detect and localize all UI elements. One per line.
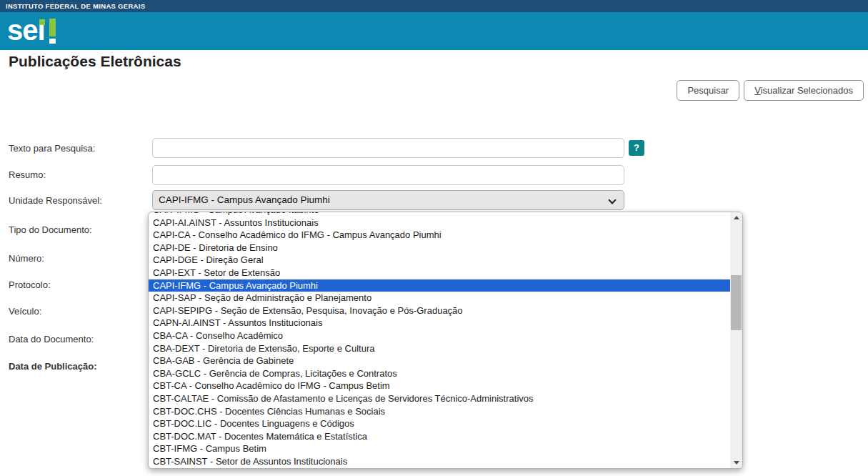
dropdown-option[interactable]: CAPI-AI.AINST - Assuntos Institucionais xyxy=(149,217,732,229)
dropdown-option[interactable]: CBA-CA - Conselho Acadêmico xyxy=(149,329,732,342)
org-bar: INSTITUTO FEDERAL DE MINAS GERAIS xyxy=(0,0,868,12)
dropdown-scrollbar[interactable] xyxy=(730,212,742,468)
label-resumo: Resumo: xyxy=(9,169,46,180)
pesquisar-button[interactable]: Pesquisar xyxy=(677,80,739,101)
label-data-do-documento: Data do Documento: xyxy=(9,334,94,344)
org-name: INSTITUTO FEDERAL DE MINAS GERAIS xyxy=(6,2,145,10)
unidade-responsavel-dropdown: CAIT-IFMG - Campus Avançado ItabiritoCAP… xyxy=(148,212,743,469)
dropdown-option[interactable]: CAPI-SEPIPG - Seção de Extensão, Pesquis… xyxy=(149,304,732,317)
dropdown-option[interactable]: CBT-CALTAE - Comissão de Afastamento e L… xyxy=(149,392,732,405)
dropdown-option[interactable]: CBA-GAB - Gerência de Gabinete xyxy=(149,354,732,367)
sei-logo-exclamation-dot xyxy=(49,39,56,44)
dropdown-option[interactable]: CAPI-CA - Conselho Acadêmico do IFMG - C… xyxy=(149,229,732,242)
label-protocolo: Protocolo: xyxy=(9,279,51,290)
dropdown-option[interactable]: CBT-DOC.CHS - Docentes Ciências Humanas … xyxy=(149,405,732,418)
dropdown-option[interactable]: CAPI-SAP - Seção de Administração e Plan… xyxy=(149,292,732,304)
dropdown-option[interactable]: CAPI-DGE - Direção Geral xyxy=(149,254,732,267)
help-icon[interactable]: ? xyxy=(629,140,644,156)
chevron-down-icon xyxy=(608,196,616,204)
publicacoes-eletronicas-page: INSTITUTO FEDERAL DE MINAS GERAIS seı Pu… xyxy=(0,0,868,476)
dropdown-option[interactable]: CBT-DOC.LIC - Docentes Linguagens e Códi… xyxy=(149,417,732,430)
sei-logo-exclamation-icon xyxy=(49,19,56,36)
unidade-responsavel-select[interactable]: CAPI-IFMG - Campus Avançado Piumhi xyxy=(152,190,624,210)
sei-logo: seı xyxy=(7,14,71,47)
label-veiculo: Veículo: xyxy=(9,306,41,317)
dropdown-option[interactable]: CAPI-DE - Diretoria de Ensino xyxy=(149,242,732,254)
dropdown-option[interactable]: CBT-IFMG - Campus Betim xyxy=(149,442,732,455)
sei-logo-i-dot xyxy=(39,19,45,25)
dropdown-option[interactable]: CAPN-AI.AINST - Assuntos Institucionais xyxy=(149,317,732,329)
texto-para-pesquisa-input[interactable] xyxy=(152,138,624,158)
label-data-de-publicacao: Data de Publicação: xyxy=(9,361,97,372)
page-title: Publicações Eletrônicas xyxy=(9,53,181,70)
dropdown-option[interactable]: CBA-DEXT - Diretoria de Extensão, Esport… xyxy=(149,342,732,355)
triangle-down-icon xyxy=(734,461,739,465)
dropdown-option[interactable]: CAPI-IFMG - Campus Avançado Piumhi xyxy=(149,279,732,292)
label-texto-para-pesquisa: Texto para Pesquisa: xyxy=(9,143,95,154)
dropdown-options: CAIT-IFMG - Campus Avançado ItabiritoCAP… xyxy=(149,212,732,468)
dropdown-option[interactable]: CAPI-EXT - Setor de Extensão xyxy=(149,267,732,279)
scroll-up-button[interactable] xyxy=(730,212,742,223)
triangle-up-icon xyxy=(734,216,739,219)
dropdown-option[interactable]: CBT-CA - Conselho Acadêmico do IFMG - Ca… xyxy=(149,380,732,392)
dropdown-option[interactable]: CBA-GCLC - Gerência de Compras, Licitaçõ… xyxy=(149,367,732,380)
label-unidade-responsavel: Unidade Responsável: xyxy=(9,195,102,206)
toolbar: Pesquisar Visualizar Selecionados xyxy=(677,80,864,101)
app-header: seı xyxy=(0,12,868,50)
label-numero: Número: xyxy=(9,253,44,264)
dropdown-option[interactable]: CBT-SAINST - Setor de Assuntos Instituci… xyxy=(149,455,732,468)
dropdown-option[interactable]: CBT-DOC.MAT - Docentes Matemática e Esta… xyxy=(149,430,732,443)
selected-option-text: CAPI-IFMG - Campus Avançado Piumhi xyxy=(159,194,330,205)
resumo-input[interactable] xyxy=(152,165,624,185)
visualizar-selecionados-button[interactable]: Visualizar Selecionados xyxy=(744,80,864,101)
label-tipo-do-documento: Tipo do Documento: xyxy=(9,224,92,235)
scrollbar-thumb[interactable] xyxy=(731,275,742,330)
scroll-down-button[interactable] xyxy=(730,457,742,468)
